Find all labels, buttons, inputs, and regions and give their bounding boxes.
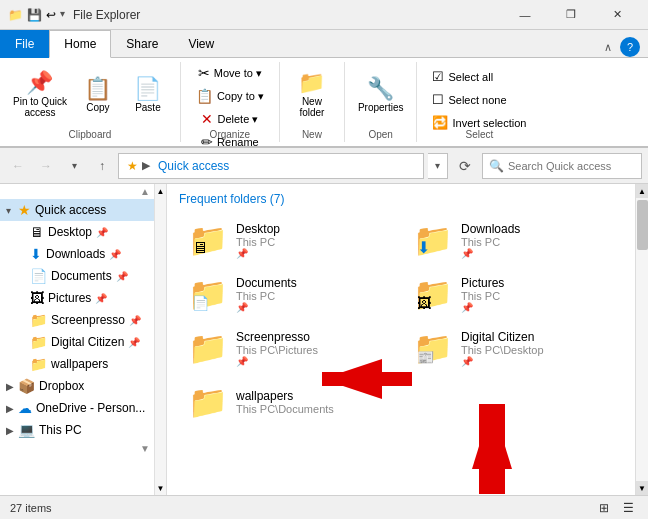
tab-share[interactable]: Share	[111, 30, 173, 58]
sidebar-item-quick-access[interactable]: ▾ ★ Quick access	[0, 199, 154, 221]
pin-icon-dc: 📌	[128, 337, 140, 348]
tab-home[interactable]: Home	[49, 30, 111, 58]
close-button[interactable]: ✕	[594, 0, 640, 30]
pin-icon: 📌	[26, 72, 53, 94]
pin-icon-downloads: 📌	[109, 249, 121, 260]
folder-documents[interactable]: 📁 📄 Documents This PC 📌	[179, 270, 398, 318]
folder-icon-wrap-wallpapers: 📁	[188, 383, 228, 421]
select-none-button[interactable]: ☐ Select none	[425, 89, 533, 110]
scroll-up-btn[interactable]: ▲	[636, 184, 648, 198]
scroll-thumb[interactable]	[637, 200, 648, 250]
forward-button[interactable]: →	[34, 154, 58, 178]
copy-button[interactable]: 📋 Copy	[74, 75, 122, 116]
move-to-button[interactable]: ✂ Move to ▾	[191, 62, 269, 84]
invert-icon: 🔁	[432, 115, 448, 130]
dropbox-icon: 📦	[18, 378, 35, 394]
address-path[interactable]: ★ ▶ Quick access	[118, 153, 424, 179]
back-button[interactable]: ←	[6, 154, 30, 178]
save-icon: 💾	[27, 8, 42, 22]
path-dropdown-button[interactable]: ▾	[428, 153, 448, 179]
search-input[interactable]	[508, 160, 635, 172]
content-scroll: Frequent folders (7) 📁 🖥 Desktop This PC…	[167, 184, 635, 495]
ribbon: 📌 Pin to Quickaccess 📋 Copy 📄 Paste Clip…	[0, 58, 648, 148]
properties-icon: 🔧	[367, 78, 394, 100]
refresh-button[interactable]: ⟳	[452, 153, 478, 179]
copy-to-button[interactable]: 📋 Copy to ▾	[189, 85, 271, 107]
address-bar: ← → ▾ ↑ ★ ▶ Quick access ▾ ⟳ 🔍	[0, 148, 648, 184]
folder-wallpapers[interactable]: 📁 wallpapers This PC\Documents	[179, 378, 398, 426]
folder-info-documents: Documents This PC 📌	[236, 276, 297, 313]
sidebar-scroll-up[interactable]: ▲	[140, 186, 150, 197]
caret-icon: ▾	[6, 205, 18, 216]
pin-icon-pictures: 📌	[95, 293, 107, 304]
sidebar-item-digital-citizen[interactable]: 📁 Digital Citizen 📌	[12, 331, 154, 353]
new-folder-button[interactable]: 📁 Newfolder	[288, 69, 336, 121]
quick-access-group: 🖥 Desktop 📌 ⬇ Downloads 📌 📄 Documents 📌 …	[12, 221, 154, 375]
pin-row-dc: 📌	[461, 356, 544, 367]
sidebar-scroll-down[interactable]: ▼	[140, 443, 150, 454]
delete-button[interactable]: ✕ Delete ▾	[194, 108, 265, 130]
properties-button[interactable]: 🔧 Properties	[353, 75, 409, 116]
maximize-button[interactable]: ❒	[548, 0, 594, 30]
clipboard-label: Clipboard	[0, 129, 180, 140]
select-none-icon: ☐	[432, 92, 444, 107]
up-button[interactable]: ↑	[90, 154, 114, 178]
quick-access-icon: ★	[18, 202, 31, 218]
pin-icon-documents: 📌	[116, 271, 128, 282]
new-folder-icon: 📁	[298, 72, 325, 94]
sidebar-item-this-pc[interactable]: ▶ 💻 This PC	[0, 419, 154, 441]
sidebar-item-downloads[interactable]: ⬇ Downloads 📌	[12, 243, 154, 265]
scroll-down-btn[interactable]: ▼	[636, 481, 648, 495]
this-pc-icon: 💻	[18, 422, 35, 438]
select-items: ☑ Select all ☐ Select none 🔁 Invert sele…	[425, 62, 533, 133]
status-count: 27 items	[10, 502, 52, 514]
sidebar-item-screenpresso[interactable]: 📁 Screenpresso 📌	[12, 309, 154, 331]
new-label: New	[280, 129, 344, 140]
pin-row-documents: 📌	[236, 302, 297, 313]
folder-desktop[interactable]: 📁 🖥 Desktop This PC 📌	[179, 216, 398, 264]
sidebar-scroll-up-btn[interactable]: ▲	[155, 184, 166, 198]
down-button[interactable]: ▾	[62, 154, 86, 178]
sidebar-item-documents[interactable]: 📄 Documents 📌	[12, 265, 154, 287]
sidebar-item-pictures[interactable]: 🖼 Pictures 📌	[12, 287, 154, 309]
sidebar-scrollbar: ▲ ▼	[155, 184, 167, 495]
list-view-button[interactable]: ☰	[618, 498, 638, 518]
minimize-button[interactable]: —	[502, 0, 548, 30]
help-button[interactable]: ?	[620, 37, 640, 57]
main-area: ▲ ▾ ★ Quick access 🖥 Desktop 📌 ⬇ Downloa…	[0, 184, 648, 495]
search-box[interactable]: 🔍	[482, 153, 642, 179]
pin-to-quick-access-button[interactable]: 📌 Pin to Quickaccess	[8, 69, 72, 121]
tab-file[interactable]: File	[0, 30, 49, 58]
folder-icon-wrap-desktop: 📁 🖥	[188, 221, 228, 259]
tab-view[interactable]: View	[173, 30, 229, 58]
onedrive-icon: ☁	[18, 400, 32, 416]
copy-to-icon: 📋	[196, 88, 213, 104]
more-icon: ▾	[60, 8, 65, 22]
sidebar-item-desktop[interactable]: 🖥 Desktop 📌	[12, 221, 154, 243]
downloads-badge-icon: ⬇	[417, 238, 430, 257]
collapse-ribbon-icon[interactable]: ∧	[604, 41, 612, 54]
onedrive-caret: ▶	[6, 403, 18, 414]
paste-button[interactable]: 📄 Paste	[124, 75, 172, 116]
ribbon-section-organize: ✂ Move to ▾ 📋 Copy to ▾ ✕ Delete ▾ ✏ Ren…	[181, 62, 280, 142]
move-to-icon: ✂	[198, 65, 210, 81]
sidebar-item-onedrive[interactable]: ▶ ☁ OneDrive - Person...	[0, 397, 154, 419]
folder-info-desktop: Desktop This PC 📌	[236, 222, 280, 259]
folder-icon-wrap-screenpresso: 📁	[188, 329, 228, 367]
grid-view-button[interactable]: ⊞	[594, 498, 614, 518]
sidebar-item-dropbox[interactable]: ▶ 📦 Dropbox	[0, 375, 154, 397]
folder-pictures[interactable]: 📁 🖼 Pictures This PC 📌	[404, 270, 623, 318]
folder-downloads[interactable]: 📁 ⬇ Downloads This PC 📌	[404, 216, 623, 264]
sidebar-scroll-down-btn[interactable]: ▼	[155, 481, 166, 495]
digital-citizen-icon: 📁	[30, 334, 47, 350]
folder-digital-citizen[interactable]: 📁 📰 Digital Citizen This PC\Desktop 📌	[404, 324, 623, 372]
select-all-button[interactable]: ☑ Select all	[425, 66, 533, 87]
folders-grid: 📁 🖥 Desktop This PC 📌 📁 ⬇	[179, 216, 623, 426]
sidebar-item-wallpapers[interactable]: 📁 wallpapers	[12, 353, 154, 375]
folder-sub-dc: This PC\Desktop	[461, 344, 544, 356]
folder-color-icon-wp: 📁	[188, 384, 228, 420]
desktop-badge-icon: 🖥	[192, 239, 208, 257]
folder-screenpresso[interactable]: 📁 Screenpresso This PC\Pictures 📌	[179, 324, 398, 372]
section-header: Frequent folders (7)	[179, 192, 623, 206]
folder-name-pictures: Pictures	[461, 276, 504, 290]
